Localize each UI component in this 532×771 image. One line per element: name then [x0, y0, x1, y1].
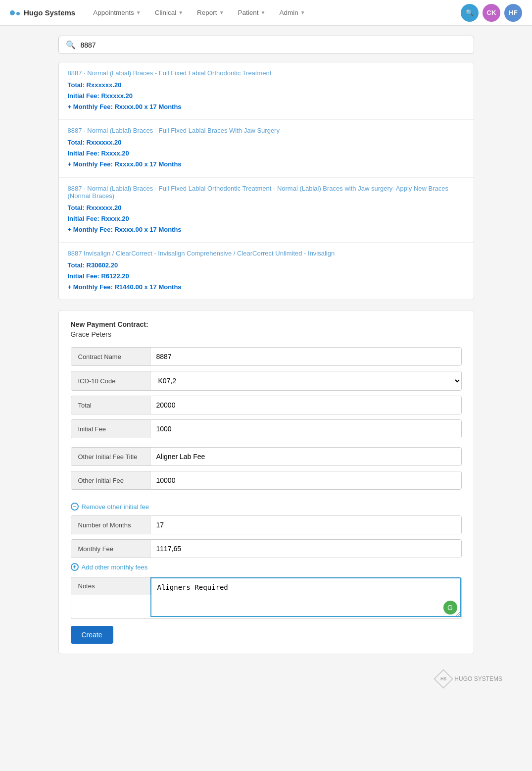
plus-icon: + — [71, 563, 79, 571]
months-input[interactable] — [150, 516, 461, 534]
nav-admin[interactable]: Admin ▼ — [273, 6, 311, 19]
result-title: 8887 Invisalign / ClearCorrect - Invisal… — [68, 250, 465, 257]
ck-avatar-button[interactable]: CK — [483, 4, 500, 22]
contract-name-row: Contract Name — [71, 347, 462, 366]
other-fee-label: Other Initial Fee — [71, 471, 150, 489]
add-monthly-link[interactable]: + Add other monthly fees — [71, 563, 462, 571]
initial-fee-label: Initial Fee — [71, 420, 150, 438]
nav-report[interactable]: Report ▼ — [191, 6, 230, 19]
other-fee-title-label: Other Initial Fee Title — [71, 448, 150, 465]
form-header: New Payment Contract: — [71, 320, 462, 328]
brand-dot-2 — [16, 12, 20, 15]
notes-textarea-wrapper: Aligners Required G — [150, 577, 461, 618]
icd10-label: ICD-10 Code — [71, 371, 150, 390]
result-item[interactable]: 8887 · Normal (Labial) Braces - Full Fix… — [59, 178, 474, 243]
create-button[interactable]: Create — [71, 626, 113, 644]
form-panel: New Payment Contract: Grace Peters Contr… — [58, 310, 474, 654]
other-fee-title-row: Other Initial Fee Title — [71, 447, 462, 466]
nav-arrow-patient: ▼ — [261, 10, 266, 15]
nav-appointments[interactable]: Appointments ▼ — [87, 6, 146, 19]
notes-textarea[interactable]: Aligners Required — [150, 577, 461, 617]
footer-brand: HUGO SYSTEMS — [454, 675, 502, 682]
search-bar: 🔍 — [58, 36, 474, 54]
contract-name-input[interactable] — [150, 348, 461, 365]
results-container: 8887 · Normal (Labial) Braces - Full Fix… — [58, 62, 474, 300]
brand: Hugo Systems — [10, 8, 75, 17]
nav-arrow-report: ▼ — [219, 10, 224, 15]
hf-avatar-button[interactable]: HF — [504, 4, 522, 22]
nav-items: Appointments ▼ Clinical ▼ Report ▼ Patie… — [87, 6, 449, 19]
months-label: Number of Months — [71, 516, 150, 534]
nav-arrow-appointments: ▼ — [136, 10, 141, 15]
result-item[interactable]: 8887 · Normal (Labial) Braces - Full Fix… — [59, 62, 474, 120]
result-title: 8887 · Normal (Labial) Braces - Full Fix… — [68, 69, 465, 77]
monthly-fee-input[interactable] — [150, 540, 461, 558]
initial-fee-row: Initial Fee — [71, 419, 462, 438]
total-row: Total — [71, 396, 462, 414]
notes-label: Notes — [71, 577, 150, 595]
add-monthly-label: Add other monthly fees — [82, 564, 148, 571]
remove-fee-link[interactable]: − Remove other initial fee — [71, 503, 462, 511]
other-fee-row: Other Initial Fee — [71, 471, 462, 490]
main-content: 🔍 8887 · Normal (Labial) Braces - Full F… — [29, 26, 504, 664]
result-total: Total: Rxxxxxx.20 Initial Fee: Rxxxx.20 … — [68, 203, 465, 235]
monthly-fee-label: Monthly Fee — [71, 540, 150, 558]
result-item[interactable]: 8887 Invisalign / ClearCorrect - Invisal… — [59, 243, 474, 300]
brand-icon — [10, 10, 20, 15]
other-fee-title-input[interactable] — [150, 448, 461, 465]
nav-clinical[interactable]: Clinical ▼ — [149, 6, 189, 19]
brand-dot-1 — [10, 10, 15, 15]
total-label: Total — [71, 396, 150, 414]
search-input[interactable] — [81, 41, 467, 49]
nav-actions: 🔍 CK HF — [461, 4, 522, 22]
nav-arrow-admin: ▼ — [300, 10, 305, 15]
remove-fee-label: Remove other initial fee — [82, 503, 149, 511]
notes-row: Notes Aligners Required G — [71, 577, 462, 619]
result-total: Total: R30602.20 Initial Fee: R6122.20 +… — [68, 260, 465, 293]
nav-patient[interactable]: Patient ▼ — [232, 6, 272, 19]
other-fee-input[interactable] — [150, 471, 461, 489]
total-input[interactable] — [150, 396, 461, 414]
icd10-select[interactable]: K07,2 — [150, 371, 461, 390]
icd10-row: ICD-10 Code K07,2 — [71, 371, 462, 391]
result-item[interactable]: 8887 · Normal (Labial) Braces - Full Fix… — [59, 120, 474, 177]
months-row: Number of Months — [71, 515, 462, 534]
initial-fee-input[interactable] — [150, 420, 461, 438]
monthly-fee-row: Monthly Fee — [71, 539, 462, 558]
minus-icon: − — [71, 503, 79, 511]
grammarly-glyph: G — [447, 604, 453, 612]
nav-arrow-clinical: ▼ — [178, 10, 183, 15]
result-title: 8887 · Normal (Labial) Braces - Full Fix… — [68, 185, 465, 200]
form-patient: Grace Peters — [71, 330, 462, 338]
grammarly-icon: G — [443, 601, 457, 615]
search-button[interactable]: 🔍 — [461, 4, 479, 22]
footer: HS HUGO SYSTEMS — [0, 664, 532, 694]
navbar: Hugo Systems Appointments ▼ Clinical ▼ R… — [0, 0, 532, 26]
footer-logo: HS — [434, 669, 454, 689]
brand-name: Hugo Systems — [24, 8, 75, 17]
contract-name-label: Contract Name — [71, 348, 150, 365]
result-total: Total: Rxxxxxx.20 Initial Fee: Rxxxx.20 … — [68, 137, 465, 170]
search-icon: 🔍 — [66, 40, 76, 50]
result-title: 8887 · Normal (Labial) Braces - Full Fix… — [68, 127, 465, 134]
result-total: Total: Rxxxxxx.20 Initial Fee: Rxxxxx.20… — [68, 80, 465, 112]
